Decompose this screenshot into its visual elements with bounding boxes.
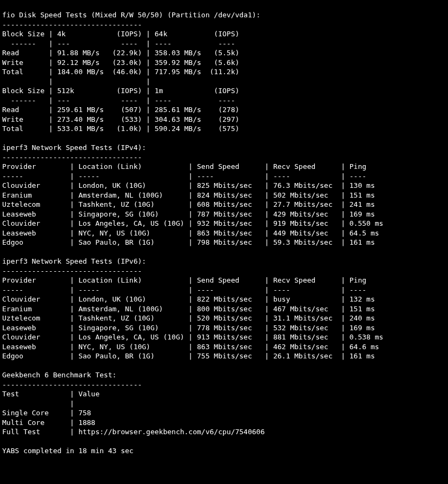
terminal-output: fio Disk Speed Tests (Mixed R/W 50/50) (…: [0, 7, 448, 459]
